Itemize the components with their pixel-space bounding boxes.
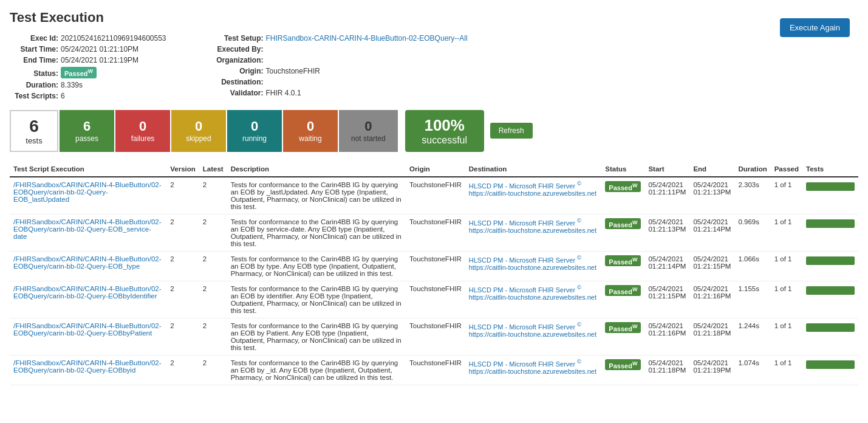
cell-passed-5: 1 of 1 <box>771 355 802 385</box>
table-row: /FHIRSandbox/CARIN/CARIN-4-BlueButton/02… <box>10 281 858 318</box>
dest-link-2[interactable]: HLSCD PM - Microsoft FHIR Server © https… <box>469 256 596 271</box>
duration-label: Duration: <box>10 81 58 89</box>
cell-start-3: 05/24/2021 01:21:15PM <box>644 281 689 318</box>
col-destination: Destination <box>465 162 602 177</box>
cell-latest-4: 2 <box>199 318 227 355</box>
running-count: 0 <box>239 119 270 134</box>
col-status: Status <box>601 162 644 177</box>
script-link-1[interactable]: /FHIRSandbox/CARIN/CARIN-4-BlueButton/02… <box>13 218 162 240</box>
col-script: Test Script Execution <box>10 162 166 177</box>
test-setup-label: Test Setup: <box>203 34 264 43</box>
cell-start-5: 05/24/2021 01:21:18PM <box>644 355 689 385</box>
script-link-5[interactable]: /FHIRSandbox/CARIN/CARIN-4-BlueButton/02… <box>13 359 162 374</box>
summary-passes: 6 passes <box>60 110 114 152</box>
progress-bar-fill-4 <box>806 323 855 332</box>
cell-version-4: 2 <box>166 318 199 355</box>
exec-id-value: 20210524162110969194600553 <box>61 34 166 43</box>
row-status-badge-4: PassedW <box>605 322 641 334</box>
cell-description-0: Tests for conformance to the Carin4BB IG… <box>227 177 406 215</box>
cell-version-5: 2 <box>166 355 199 385</box>
running-label: running <box>239 134 270 143</box>
cell-description-3: Tests for conformance to the Carin4BB IG… <box>227 281 406 318</box>
table-row: /FHIRSandbox/CARIN/CARIN-4-BlueButton/02… <box>10 355 858 385</box>
progress-bar-wrap-4 <box>806 323 855 332</box>
cell-duration-3: 1.155s <box>734 281 770 318</box>
cell-latest-2: 2 <box>199 251 227 281</box>
cell-status-3: PassedW <box>601 281 644 318</box>
cell-end-4: 05/24/2021 01:21:18PM <box>689 318 734 355</box>
cell-script-3: /FHIRSandbox/CARIN/CARIN-4-BlueButton/02… <box>10 281 166 318</box>
cell-destination-5: HLSCD PM - Microsoft FHIR Server © https… <box>465 355 602 385</box>
start-time-value: 05/24/2021 01:21:10PM <box>61 45 138 53</box>
validator-value: FHIR 4.0.1 <box>266 89 301 97</box>
meta-col-right: Test Setup: FHIRSandbox-CARIN-CARIN-4-Bl… <box>203 34 468 100</box>
success-box: 100% successful <box>405 110 484 152</box>
exec-id-label: Exec Id: <box>10 34 58 43</box>
cell-passed-3: 1 of 1 <box>771 281 802 318</box>
cell-passed-0: 1 of 1 <box>771 177 802 215</box>
cell-status-4: PassedW <box>601 318 644 355</box>
cell-latest-0: 2 <box>199 177 227 215</box>
cell-start-0: 05/24/2021 01:21:11PM <box>644 177 689 215</box>
summary-failures: 0 failures <box>115 110 170 152</box>
cell-passed-4: 1 of 1 <box>771 318 802 355</box>
row-status-badge-5: PassedW <box>605 359 641 371</box>
dest-link-1[interactable]: HLSCD PM - Microsoft FHIR Server © https… <box>469 219 596 234</box>
progress-bar-fill-1 <box>806 219 855 228</box>
cell-tests-3 <box>802 281 858 318</box>
progress-bar-wrap-5 <box>806 360 855 369</box>
cell-script-1: /FHIRSandbox/CARIN/CARIN-4-BlueButton/02… <box>10 214 166 251</box>
dest-link-4[interactable]: HLSCD PM - Microsoft FHIR Server © https… <box>469 323 596 338</box>
row-status-badge-2: PassedW <box>605 255 641 267</box>
script-link-4[interactable]: /FHIRSandbox/CARIN/CARIN-4-BlueButton/02… <box>13 322 162 337</box>
cell-duration-2: 1.066s <box>734 251 770 281</box>
cell-description-2: Tests for conformance to the Carin4BB IG… <box>227 251 406 281</box>
origin-value: TouchstoneFHIR <box>266 67 320 75</box>
summary-total: 6 tests <box>10 110 58 152</box>
skipped-label: skipped <box>183 134 214 143</box>
page-title: Test Execution <box>10 10 858 26</box>
cell-start-1: 05/24/2021 01:21:13PM <box>644 214 689 251</box>
row-status-badge-1: PassedW <box>605 218 641 230</box>
test-setup-link[interactable]: FHIRSandbox-CARIN-CARIN-4-BlueButton-02-… <box>266 34 468 43</box>
cell-tests-4 <box>802 318 858 355</box>
cell-latest-1: 2 <box>199 214 227 251</box>
cell-duration-0: 2.303s <box>734 177 770 215</box>
col-description: Description <box>227 162 406 177</box>
cell-origin-2: TouchstoneFHIR <box>406 251 465 281</box>
progress-bar-fill-5 <box>806 360 855 369</box>
cell-version-3: 2 <box>166 281 199 318</box>
summary-bar: 6 tests 6 passes 0 failures 0 skipped 0 … <box>10 110 858 152</box>
script-link-0[interactable]: /FHIRSandbox/CARIN/CARIN-4-BlueButton/02… <box>13 181 162 203</box>
end-time-value: 05/24/2021 01:21:19PM <box>61 56 138 64</box>
not-started-count: 0 <box>351 119 386 134</box>
cell-status-1: PassedW <box>601 214 644 251</box>
cell-destination-1: HLSCD PM - Microsoft FHIR Server © https… <box>465 214 602 251</box>
cell-passed-2: 1 of 1 <box>771 251 802 281</box>
cell-status-2: PassedW <box>601 251 644 281</box>
col-tests: Tests <box>802 162 858 177</box>
cell-end-2: 05/24/2021 01:21:15PM <box>689 251 734 281</box>
execute-again-button[interactable]: Execute Again <box>780 18 850 37</box>
duration-value: 8.339s <box>61 81 83 89</box>
status-label: Status: <box>10 69 58 78</box>
summary-running: 0 running <box>227 110 282 152</box>
cell-duration-4: 1.244s <box>734 318 770 355</box>
meta-col-left: Exec Id: 20210524162110969194600553 Star… <box>10 34 166 100</box>
col-end: End <box>689 162 734 177</box>
progress-bar-wrap-3 <box>806 286 855 295</box>
dest-link-0[interactable]: HLSCD PM - Microsoft FHIR Server © https… <box>469 182 596 197</box>
cell-destination-0: HLSCD PM - Microsoft FHIR Server © https… <box>465 177 602 215</box>
script-link-2[interactable]: /FHIRSandbox/CARIN/CARIN-4-BlueButton/02… <box>13 255 162 270</box>
dest-link-5[interactable]: HLSCD PM - Microsoft FHIR Server © https… <box>469 360 596 375</box>
progress-bar-fill-3 <box>806 286 855 295</box>
script-link-3[interactable]: /FHIRSandbox/CARIN/CARIN-4-BlueButton/02… <box>13 285 162 300</box>
total-label: tests <box>23 136 45 145</box>
cell-tests-2 <box>802 251 858 281</box>
dest-link-3[interactable]: HLSCD PM - Microsoft FHIR Server © https… <box>469 286 596 301</box>
refresh-button[interactable]: Refresh <box>490 123 533 139</box>
summary-not-started: 0 not started <box>339 110 398 152</box>
cell-description-4: Tests for conformance to the Carin4BB IG… <box>227 318 406 355</box>
cell-end-3: 05/24/2021 01:21:16PM <box>689 281 734 318</box>
cell-destination-2: HLSCD PM - Microsoft FHIR Server © https… <box>465 251 602 281</box>
